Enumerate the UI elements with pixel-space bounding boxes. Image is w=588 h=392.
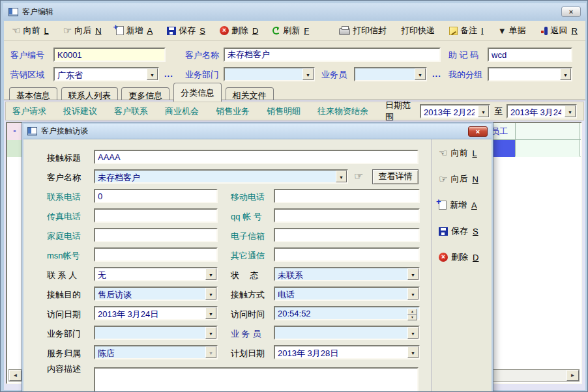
save-button[interactable]: 保存S [167, 25, 205, 36]
dropdown-arrow-icon[interactable] [407, 327, 419, 339]
bills-button[interactable]: ▼单据 [498, 25, 526, 36]
dropdown-arrow-icon[interactable] [560, 68, 571, 80]
dropdown-arrow-icon[interactable] [415, 68, 426, 80]
dialog-add-button[interactable]: 新增A [439, 199, 477, 211]
dropdown-arrow-icon[interactable] [407, 268, 419, 280]
save-hotkey: S [199, 26, 205, 36]
delete-label: 删除 [231, 25, 248, 36]
print-envelope-button[interactable]: 打印信封 [339, 25, 387, 36]
link-customer-request[interactable]: 客户请求 [12, 105, 46, 117]
dropdown-arrow-icon[interactable] [205, 288, 216, 300]
return-button[interactable]: 返回R [540, 25, 578, 36]
phone-label: 联系电话 [47, 191, 81, 203]
visit-date-value: 2013年 3月24日 [98, 309, 202, 320]
contact-title-input[interactable] [94, 150, 419, 164]
purpose-select[interactable]: 售后访谈 [94, 287, 218, 301]
hand-left-icon: ☜ [439, 148, 447, 158]
my-group-select[interactable] [488, 67, 572, 81]
customer-name-label: 客户名称 [185, 49, 219, 61]
scroll-right-button[interactable]: ► [566, 370, 579, 381]
dialog-save-button[interactable]: 保存S [439, 225, 478, 237]
dialog-prev-button[interactable]: ☜向前L [439, 147, 477, 159]
date-to-select[interactable]: 2013年 3月24日 [507, 104, 577, 119]
date-from-select[interactable]: 2013年 2月22日 [420, 104, 490, 119]
dialog-body: 接触标题 客户名称 未存档客户 ☞ 查看详情 联系电话 移动电话 传真电话 qq… [23, 139, 492, 392]
scroll-left-button[interactable]: ◄ [9, 370, 22, 381]
refresh-button[interactable]: 刷新F [272, 25, 309, 36]
dialog-close-button[interactable]: × [468, 126, 488, 137]
dropdown-arrow-icon[interactable] [478, 105, 489, 117]
toolbar-right-group: 打印信封 打印快递 备注I ▼单据 返回R [339, 25, 578, 36]
prev-button[interactable]: ☜向前L [12, 25, 49, 36]
visit-time-spinner[interactable]: 20:54:52 ▲ ▼ [274, 306, 420, 320]
salesman-more-button[interactable]: ... [432, 69, 441, 79]
print-express-button[interactable]: 打印快递 [401, 25, 435, 36]
contact-person-select[interactable]: 无 [94, 267, 218, 281]
service-owner-label: 服务归属 [47, 348, 81, 359]
grid-column-header-employee[interactable]: 员工 [491, 126, 508, 137]
grid-cell[interactable] [516, 140, 580, 157]
dept-select[interactable] [94, 326, 218, 340]
grid-selected-cell[interactable] [493, 140, 515, 157]
main-toolbar: ☜向前L ☞向后N 新增A 保存S ×删除D 刷新F 打印信封 打印快递 备注I… [4, 21, 585, 41]
dept-select[interactable] [224, 67, 315, 81]
window-close-button[interactable]: × [561, 7, 581, 17]
next-button[interactable]: ☞向后N [63, 25, 102, 36]
tab-category-info[interactable]: 分类信息 [173, 83, 222, 102]
hand-right-icon: ☞ [439, 175, 447, 184]
spin-down-button[interactable]: ▼ [407, 315, 417, 320]
link-complaint-suggestion[interactable]: 投诉建议 [63, 105, 97, 117]
dropdown-arrow-icon[interactable] [147, 68, 158, 80]
region-more-button[interactable]: ... [164, 69, 173, 79]
delete-button[interactable]: ×删除D [220, 25, 258, 36]
dropdown-arrow-icon[interactable] [205, 307, 216, 319]
description-textarea[interactable] [94, 367, 419, 392]
mnemonic-input[interactable] [488, 48, 572, 62]
view-details-button[interactable]: 查看详情 [372, 169, 419, 184]
dropdown-arrow-icon[interactable] [336, 171, 347, 182]
qq-input[interactable] [274, 208, 420, 223]
msn-input[interactable] [94, 247, 218, 262]
time-spinner-buttons: ▲ ▼ [407, 309, 417, 318]
customer-no-input[interactable] [53, 48, 166, 62]
customer-name-input[interactable] [224, 48, 441, 62]
service-owner-value: 陈店 [98, 348, 202, 359]
return-label: 返回 [551, 25, 568, 36]
dropdown-arrow-icon[interactable] [205, 327, 216, 339]
dialog-delete-button[interactable]: ×删除D [439, 251, 478, 263]
region-select[interactable]: 广东省 [53, 67, 159, 81]
status-select[interactable]: 未联系 [274, 267, 420, 281]
customer-name-select[interactable]: 未存档客户 [94, 169, 348, 184]
fax-input[interactable] [94, 208, 218, 223]
link-material-balance[interactable]: 往来物资结余 [317, 105, 368, 117]
contact-title-label: 接触标题 [47, 152, 81, 164]
spin-up-button[interactable]: ▲ [407, 309, 417, 315]
salesman-select[interactable] [274, 326, 420, 340]
dropdown-arrow-icon[interactable] [205, 268, 216, 280]
dropdown-arrow-icon[interactable] [407, 288, 419, 300]
method-label: 接触方式 [231, 289, 265, 301]
goto-customer-hand-icon[interactable]: ☞ [354, 170, 363, 182]
visit-date-select[interactable]: 2013年 3月24日 [94, 306, 218, 320]
home-phone-label: 家庭电话 [47, 231, 81, 242]
dialog-next-button[interactable]: ☞向后N [439, 173, 478, 185]
link-customer-contact[interactable]: 客户联系 [114, 105, 148, 117]
dropdown-arrow-icon[interactable] [565, 105, 576, 117]
home-phone-input[interactable] [94, 228, 218, 242]
phone-input[interactable] [94, 189, 218, 203]
dropdown-arrow-icon[interactable] [407, 346, 419, 358]
return-hotkey: R [572, 26, 578, 36]
link-sales-business[interactable]: 销售业务 [216, 105, 250, 117]
print-envelope-label: 打印信封 [353, 25, 387, 36]
link-business-opportunity[interactable]: 商业机会 [165, 105, 199, 117]
email-input[interactable] [274, 228, 420, 242]
method-select[interactable]: 电话 [274, 287, 420, 301]
plan-date-select[interactable]: 2013年 3月28日 [274, 345, 420, 359]
add-button[interactable]: 新增A [116, 25, 153, 36]
dropdown-arrow-icon[interactable] [302, 68, 314, 80]
note-button[interactable]: 备注I [449, 25, 484, 36]
link-sales-detail[interactable]: 销售明细 [267, 105, 301, 117]
mobile-input[interactable] [274, 189, 420, 203]
salesman-select[interactable] [354, 67, 427, 81]
other-contact-input[interactable] [274, 247, 420, 262]
